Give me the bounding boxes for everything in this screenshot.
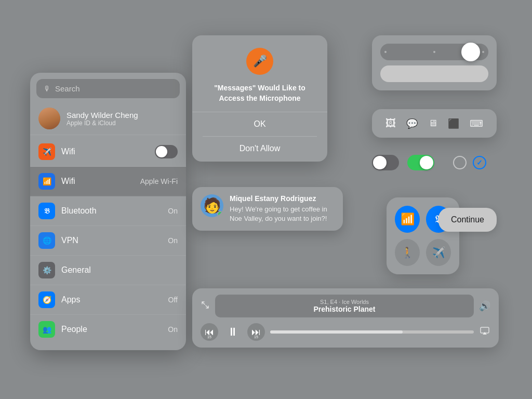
wifi-control-button[interactable]: 📶 [395,206,420,233]
collapse-icon[interactable] [201,300,210,312]
player-controls: ⏮ 15 ⏸ ⏭ 15 [201,323,490,341]
settings-item-general[interactable]: ⚙️ General [30,256,186,285]
mic-icon: 🎙 [44,85,51,93]
sliders-panel [372,35,497,90]
search-label: Search [55,84,80,93]
wifi-network-icon: 📶 [38,173,55,190]
wifi-ctrl-icon: 📶 [401,212,415,226]
player-title-area: S1, E4 · Ice Worlds Prehistoric Planet [215,295,474,317]
user-subtitle: Apple ID & iCloud [66,119,138,127]
wifi-network-label: Wifi [61,177,134,186]
apps-label: Apps [61,295,162,304]
message-sender: Miquel Estany Rodriguez [230,194,335,203]
wifi-toggle-switch[interactable] [155,145,178,158]
airplay-button[interactable] [479,325,490,339]
people-value: On [168,325,178,334]
rewind-button[interactable]: ⏮ 15 [201,323,218,341]
settings-item-people[interactable]: 👥 People On [30,315,186,344]
apps-icon: 🧭 [38,291,55,308]
slider-1-track[interactable] [380,44,488,60]
message-text: Hey! We're going to get coffee in Noe Va… [230,205,335,223]
vpn-label: VPN [61,236,162,245]
dialog-deny-button[interactable]: Don't Allow [203,137,317,162]
slider-1-thumb[interactable] [461,43,480,61]
online-indicator [217,211,223,217]
player-episode: S1, E4 · Ice Worlds [222,299,467,305]
people-icon: 👥 [38,321,55,338]
player-top: S1, E4 · Ice Worlds Prehistoric Planet 🔊 [201,295,490,317]
settings-item-wifi-network[interactable]: 📶 Wifi Apple Wi-Fi [30,167,186,196]
dialog-ok-button[interactable]: OK [203,112,317,137]
permission-dialog: 🎤 "Messages" Would Like to Access the Mi… [192,35,327,162]
walk-icon: 🚶 [401,246,414,259]
bluetooth-icon: 𝔅 [38,203,55,219]
settings-item-wifi-toggle[interactable]: ✈️ Wifi [30,137,186,167]
general-icon: ⚙️ [38,262,55,278]
progress-bar[interactable] [270,330,474,334]
pause-button[interactable]: ⏸ [223,323,242,341]
toggle-switch-1[interactable] [372,155,399,170]
dot [384,51,387,53]
wifi-toggle-label: Wifi [61,147,149,156]
toggles-panel [372,155,497,170]
vpn-value: On [168,236,178,245]
walk-control-button[interactable]: 🚶 [395,239,420,266]
toggle-knob-2 [420,156,433,169]
mic-emoji: 🎤 [253,55,267,68]
continue-label: Continue [451,215,484,224]
dot [433,51,435,53]
photos-icon[interactable]: 🖼 [385,117,396,129]
search-bar[interactable]: 🎙 Search [36,79,180,98]
dialog-title: "Messages" Would Like to Access the Micr… [203,83,317,103]
media-icons-panel: 🖼 💬 🖥 ⬛ ⌨ [372,109,497,138]
user-row[interactable]: Sandy Wilder Cheng Apple ID & iCloud [30,102,186,135]
avatar [38,108,60,129]
toggle-switch-2[interactable] [407,155,434,170]
message-content: Miquel Estany Rodriguez Hey! We're going… [230,194,335,223]
dot [482,51,484,53]
radio-unchecked[interactable] [453,156,467,169]
general-label: General [61,265,178,275]
slider-2-track[interactable] [380,65,488,82]
bluetooth-label: Bluetooth [61,206,162,216]
wifi-network-value: Apple Wi-Fi [140,177,178,185]
settings-item-bluetooth[interactable]: 𝔅 Bluetooth On [30,196,186,226]
toggle-knob-1 [373,156,387,169]
message-notification[interactable]: 🧑 Miquel Estany Rodriguez Hey! We're goi… [192,187,343,231]
apps-value: Off [168,296,178,304]
vpn-icon: 🌐 [38,232,55,249]
message-icon[interactable]: 💬 [406,118,418,129]
people-label: People [61,325,162,334]
volume-icon[interactable]: 🔊 [479,300,490,312]
display-icon[interactable]: 🖥 [428,118,437,129]
wifi-toggle-icon: ✈️ [38,143,55,160]
settings-item-apps[interactable]: 🧭 Apps Off [30,285,186,315]
square-icon[interactable]: ⬛ [448,118,459,129]
airplane-icon: ✈️ [432,246,445,259]
control-bottom-row: 🚶 ✈️ [395,239,451,266]
radio-checked[interactable] [473,156,486,169]
bluetooth-value: On [168,207,178,215]
airplane-control-button[interactable]: ✈️ [426,239,451,266]
continue-button[interactable]: Continue [438,208,497,232]
forward-button[interactable]: ⏭ 15 [247,323,265,341]
mic-icon-circle: 🎤 [246,48,273,75]
player-show: Prehistoric Planet [222,305,467,313]
user-name: Sandy Wilder Cheng [66,111,138,119]
message-avatar: 🧑 [201,194,223,217]
settings-panel: 🎙 Search Sandy Wilder Cheng Apple ID & i… [30,73,186,350]
radio-group [453,156,486,169]
media-player: S1, E4 · Ice Worlds Prehistoric Planet 🔊… [192,288,499,348]
settings-item-vpn[interactable]: 🌐 VPN On [30,226,186,256]
progress-fill [270,330,403,334]
keyboard-icon[interactable]: ⌨ [470,118,483,129]
